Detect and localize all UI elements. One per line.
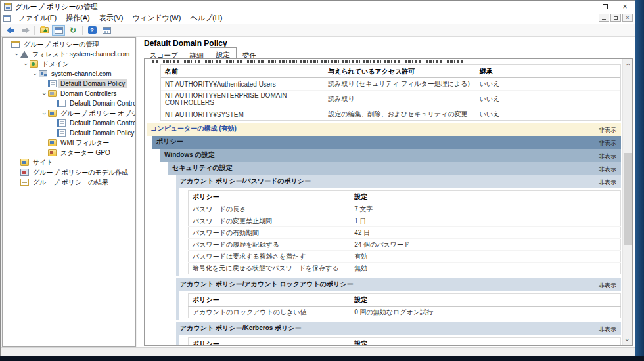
desktop: グループ ポリシーの管理 × ファイル(F)操作(A)表示(V)ウィンドウ(W)… — [0, 0, 644, 361]
tree-panel: グループ ポリシーの管理›フォレスト: system-channel.com›ド… — [2, 37, 136, 347]
tree-expand-icon[interactable]: › — [22, 61, 29, 68]
child-restore-button[interactable] — [610, 14, 621, 22]
content-area: グループ ポリシーの管理›フォレスト: system-channel.com›ド… — [1, 37, 635, 348]
folder-domain-icon — [30, 60, 38, 68]
tree-item[interactable]: ›system-channel.com — [3, 69, 135, 79]
back-button[interactable] — [4, 25, 17, 36]
hide-link[interactable]: 非表示 — [599, 326, 616, 334]
details-pane: Default Domain Policy スコープ詳細設定委任 名前 — [137, 37, 635, 348]
scroll-up-icon[interactable]: › — [623, 60, 632, 69]
menu-item[interactable]: 操作(A) — [61, 12, 95, 24]
tree-item[interactable]: WMI フィルター — [3, 138, 135, 148]
menu-item[interactable]: ファイル(F) — [13, 12, 61, 24]
child-minimize-button[interactable] — [599, 14, 609, 22]
new-window-button[interactable] — [100, 25, 113, 36]
scroll-down-icon[interactable]: › — [623, 335, 632, 345]
menu-item[interactable]: 表示(V) — [95, 12, 128, 24]
scrollbar-thumb[interactable] — [624, 153, 632, 245]
permission-name: NT AUTHORITY¥SYSTEM — [161, 108, 324, 121]
tree-item-label: グループ ポリシー オブジェクト — [58, 109, 136, 117]
tree-item-label: グループ ポリシーの結果 — [31, 178, 110, 186]
section-label: セキュリティの設定 — [172, 164, 233, 171]
clipped-text-row — [152, 60, 468, 63]
password-policy-content: ポリシー 設定 — [176, 188, 621, 276]
close-button[interactable]: × — [615, 1, 635, 12]
menu-item[interactable]: ヘルプ(H) — [185, 12, 227, 24]
tree-item-label: Domain Controllers — [58, 89, 119, 98]
gpo-icon — [48, 80, 57, 87]
table-header-row: ポリシー 設定 — [189, 294, 621, 307]
hide-link[interactable]: 非表示 — [599, 139, 616, 148]
hide-link[interactable]: 非表示 — [599, 126, 616, 135]
table-header-row: ポリシー 設定 — [189, 191, 621, 203]
help-button[interactable]: ? — [85, 25, 99, 36]
folder-gpo-icon — [48, 110, 57, 117]
hide-link[interactable]: 非表示 — [599, 282, 616, 290]
tree-item[interactable]: Default Domain Policy — [3, 128, 135, 138]
tree-item[interactable]: ›グループ ポリシー オブジェクト — [3, 108, 135, 118]
tree-expand-icon[interactable]: › — [32, 71, 38, 77]
hide-link[interactable]: 非表示 — [599, 179, 616, 187]
table-header-row: ポリシー 設定 — [189, 338, 621, 346]
policy-name: パスワードは要求する複雑さを満たす — [189, 251, 351, 263]
tree-item[interactable]: グループ ポリシーのモデル作成 — [3, 167, 135, 177]
policy-setting: 7 文字 — [350, 203, 620, 215]
permission-name: NT AUTHORITY¥Authenticated Users — [161, 78, 324, 91]
console-tree-toggle-button[interactable] — [52, 25, 65, 36]
tree-item-label: WMI フィルター — [58, 138, 111, 147]
console-window-icon — [3, 15, 11, 22]
policy-name: パスワードの有効期間 — [189, 227, 351, 239]
child-minimize-icon — [602, 19, 606, 20]
folder-starter-icon — [48, 149, 57, 156]
tree-item[interactable]: Default Domain Policy — [3, 79, 135, 89]
maximize-icon — [603, 4, 608, 9]
kerberos-policy-content: ポリシー 設定 — [176, 335, 621, 345]
section-band-policies: ポリシー 非表示 — [152, 136, 621, 149]
status-bar — [1, 347, 635, 356]
minimize-button[interactable] — [576, 1, 595, 12]
up-one-level-button[interactable] — [37, 25, 51, 36]
gpo-title: Default Domain Policy — [137, 37, 635, 47]
tree-item[interactable]: グループ ポリシーの結果 — [3, 177, 135, 187]
tab[interactable]: 設定 — [210, 47, 237, 58]
back-arrow-icon — [7, 27, 15, 33]
section-computer-configuration: コンピューターの構成 (有効) 非表示 ポリシー 非表示 — [145, 123, 622, 345]
child-close-button[interactable]: × — [622, 14, 633, 22]
tree-item[interactable]: ›フォレスト: system-channel.com — [3, 49, 135, 59]
column-header: ポリシー — [189, 294, 351, 307]
tree-item[interactable]: スターター GPO — [3, 148, 135, 158]
column-header: ポリシー — [189, 338, 351, 346]
desktop-background-bottom — [0, 356, 644, 361]
column-header: ポリシー — [189, 191, 351, 203]
report-scrollbar[interactable]: › › — [622, 59, 632, 345]
table-row: NT AUTHORITY¥ENTERPRISE DOMAIN CONTROLLE… — [161, 91, 620, 108]
hide-link[interactable]: 非表示 — [599, 152, 616, 161]
menu-items: ファイル(F)操作(A)表示(V)ウィンドウ(W)ヘルプ(H) — [13, 12, 227, 24]
hide-link[interactable]: 非表示 — [599, 165, 616, 174]
table-row: パスワードは要求する複雑さを満たす 有効 — [189, 251, 621, 263]
tree-item-label: スターター GPO — [58, 148, 112, 157]
permission-allowed: 読み取り — [324, 91, 476, 108]
tree-item[interactable]: グループ ポリシーの管理 — [3, 39, 135, 49]
password-policy-table: ポリシー 設定 — [188, 190, 621, 274]
tree-expand-icon[interactable]: › — [13, 51, 20, 58]
folder-sites-icon — [20, 159, 29, 166]
menu-item[interactable]: ウィンドウ(W) — [127, 12, 185, 24]
policy-name: パスワードの変更禁止期間 — [189, 215, 351, 227]
new-window-icon — [103, 27, 111, 34]
tree-expand-icon[interactable]: › — [41, 110, 47, 117]
tree-item[interactable]: ›ドメイン — [3, 59, 135, 69]
maximize-button[interactable] — [595, 1, 615, 12]
policy-setting: 24 個のパスワード — [350, 239, 620, 251]
tree-item[interactable]: Default Domain Controllers Policy — [3, 118, 135, 128]
tree-expand-icon[interactable]: › — [41, 91, 47, 97]
tree-item[interactable]: ›Domain Controllers — [3, 89, 135, 98]
title-bar[interactable]: グループ ポリシーの管理 × — [1, 1, 635, 12]
refresh-button[interactable]: ↻ — [66, 25, 80, 36]
table-row: パスワードの変更禁止期間 1 日 — [189, 215, 621, 227]
tree-item[interactable]: Default Domain Controllers Policy — [3, 98, 135, 108]
policy-setting: 有効 — [350, 251, 620, 263]
tree-item[interactable]: サイト — [3, 158, 135, 167]
section-label: ポリシー — [156, 138, 183, 145]
forward-button[interactable] — [18, 25, 32, 36]
